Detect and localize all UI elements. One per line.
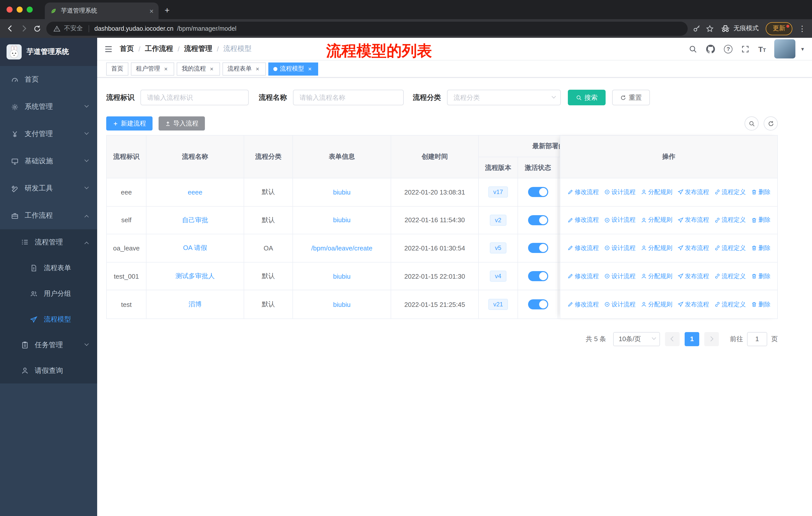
sidebar-item-home[interactable]: 首页 (0, 66, 97, 93)
publish-process-link[interactable]: 发布流程 (677, 272, 709, 280)
design-process-link[interactable]: 设计流程 (604, 216, 636, 224)
sidebar-item-process-form[interactable]: 流程表单 (0, 255, 97, 281)
publish-process-link[interactable]: 发布流程 (677, 244, 709, 252)
form-info-link[interactable]: biubiu (333, 272, 350, 280)
browser-update-button[interactable]: 更新 (766, 22, 792, 35)
new-tab-button[interactable]: + (158, 5, 170, 19)
assign-rule-link[interactable]: 分配规则 (641, 272, 672, 280)
avatar-caret-icon[interactable]: ▾ (801, 46, 804, 52)
delete-link[interactable]: 删除 (751, 244, 771, 252)
design-process-link[interactable]: 设计流程 (604, 272, 636, 280)
tag-process-model[interactable]: 流程模型 × (268, 62, 318, 75)
process-name-input[interactable] (293, 90, 404, 105)
edit-process-link[interactable]: 修改流程 (567, 272, 599, 280)
fullscreen-icon[interactable] (741, 44, 750, 54)
maximize-window-button[interactable] (27, 6, 33, 12)
assign-rule-link[interactable]: 分配规则 (641, 188, 672, 196)
status-toggle[interactable] (528, 243, 548, 253)
form-info-link[interactable]: biubiu (333, 301, 350, 308)
sidebar-item-leave-query[interactable]: 请假查询 (0, 358, 97, 383)
form-info-link[interactable]: biubiu (333, 216, 350, 224)
publish-process-link[interactable]: 发布流程 (677, 216, 709, 224)
back-button[interactable] (6, 24, 14, 33)
process-definition-link[interactable]: 流程定义 (714, 244, 746, 252)
page-size-select[interactable]: 10条/页 (613, 332, 660, 346)
search-button[interactable]: 搜索 (568, 90, 606, 105)
form-info-link[interactable]: biubiu (333, 188, 350, 196)
reset-button[interactable]: 重置 (612, 90, 650, 105)
sidebar-item-user-group[interactable]: 用户分组 (0, 281, 97, 306)
github-icon[interactable] (706, 44, 715, 54)
import-process-button[interactable]: 导入流程 (158, 116, 205, 131)
prev-page-button[interactable] (665, 332, 679, 346)
publish-process-link[interactable]: 发布流程 (677, 188, 709, 196)
edit-process-link[interactable]: 修改流程 (567, 244, 599, 252)
close-icon[interactable]: × (254, 65, 261, 72)
sidebar-item-payment[interactable]: 支付管理 (0, 120, 97, 147)
sidebar-item-task-management[interactable]: 任务管理 (0, 332, 97, 358)
edit-process-link[interactable]: 修改流程 (567, 216, 599, 224)
browser-menu-icon[interactable]: ⋮ (798, 24, 806, 33)
refresh-table-button[interactable] (764, 116, 778, 131)
design-process-link[interactable]: 设计流程 (604, 300, 636, 309)
model-name-link[interactable]: 自己审批 (182, 216, 208, 225)
sidebar-item-process-management[interactable]: 流程管理 (0, 229, 97, 255)
reload-button[interactable] (33, 24, 41, 32)
sidebar-toggle-icon[interactable] (104, 45, 113, 53)
category-select[interactable]: 流程分类 (447, 90, 561, 105)
user-avatar[interactable] (775, 39, 795, 58)
process-definition-link[interactable]: 流程定义 (714, 216, 746, 224)
address-bar[interactable]: 不安全 dashboard.yudao.iocoder.cn/bpm/manag… (46, 21, 688, 35)
status-toggle[interactable] (528, 187, 548, 197)
process-definition-link[interactable]: 流程定义 (714, 272, 746, 280)
edit-process-link[interactable]: 修改流程 (567, 188, 599, 196)
delete-link[interactable]: 删除 (751, 216, 771, 224)
breadcrumb-workflow[interactable]: 工作流程 (145, 44, 173, 53)
tag-home[interactable]: 首页 (106, 62, 128, 75)
page-number-button[interactable]: 1 (685, 332, 699, 346)
status-toggle[interactable] (528, 271, 548, 281)
forward-button[interactable] (20, 24, 28, 33)
sidebar-item-devtools[interactable]: 研发工具 (0, 175, 97, 202)
tag-tenant[interactable]: 租户管理 × (131, 62, 174, 75)
sidebar-item-process-model[interactable]: 流程模型 (0, 306, 97, 332)
toggle-search-button[interactable] (745, 116, 759, 131)
edit-process-link[interactable]: 修改流程 (567, 300, 599, 309)
next-page-button[interactable] (704, 332, 719, 346)
delete-link[interactable]: 删除 (751, 272, 771, 280)
search-icon[interactable] (689, 44, 697, 54)
assign-rule-link[interactable]: 分配规则 (641, 244, 672, 252)
tag-process-form[interactable]: 流程表单 × (223, 62, 266, 75)
close-window-button[interactable] (6, 6, 12, 12)
goto-page-input[interactable] (747, 332, 767, 346)
model-name-link[interactable]: eeee (188, 188, 202, 196)
font-size-icon[interactable]: TT (758, 45, 766, 53)
delete-link[interactable]: 删除 (751, 300, 771, 309)
form-info-link[interactable]: /bpm/oa/leave/create (311, 244, 373, 252)
status-toggle[interactable] (528, 215, 548, 225)
breadcrumb-home[interactable]: 首页 (120, 44, 134, 53)
sidebar-item-system[interactable]: 系统管理 (0, 93, 97, 120)
create-process-button[interactable]: 新建流程 (106, 116, 152, 131)
minimize-window-button[interactable] (17, 6, 23, 12)
model-name-link[interactable]: 测试多审批人 (175, 272, 215, 281)
sidebar-item-workflow[interactable]: 工作流程 (0, 202, 97, 229)
tag-my-process[interactable]: 我的流程 × (177, 62, 220, 75)
sidebar-item-infrastructure[interactable]: 基础设施 (0, 147, 97, 175)
publish-process-link[interactable]: 发布流程 (677, 300, 709, 309)
assign-rule-link[interactable]: 分配规则 (641, 300, 672, 309)
password-key-icon[interactable] (693, 24, 701, 32)
design-process-link[interactable]: 设计流程 (604, 188, 636, 196)
tab-close-icon[interactable]: × (149, 7, 153, 15)
process-definition-link[interactable]: 流程定义 (714, 300, 746, 309)
close-icon[interactable]: × (307, 65, 313, 72)
model-name-link[interactable]: 滔博 (188, 300, 202, 309)
status-toggle[interactable] (528, 299, 548, 309)
bookmark-star-icon[interactable] (706, 24, 714, 32)
design-process-link[interactable]: 设计流程 (604, 244, 636, 252)
breadcrumb-process-management[interactable]: 流程管理 (184, 44, 212, 53)
model-name-link[interactable]: OA 请假 (183, 244, 207, 253)
help-icon[interactable]: ? (724, 45, 732, 53)
assign-rule-link[interactable]: 分配规则 (641, 216, 672, 224)
process-id-input[interactable] (141, 90, 249, 105)
